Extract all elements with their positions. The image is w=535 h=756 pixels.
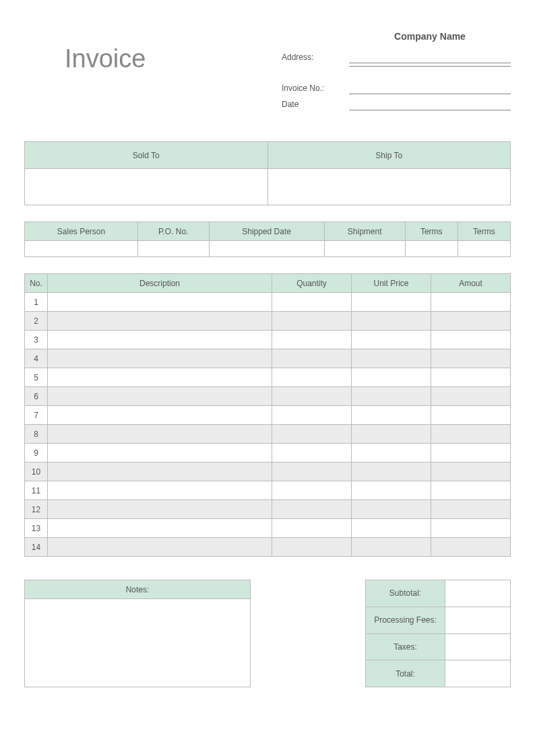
items-cell[interactable] <box>352 538 431 557</box>
items-row: 6 <box>25 387 511 406</box>
details-cell[interactable] <box>209 241 324 257</box>
items-cell[interactable] <box>48 538 272 557</box>
items-cell[interactable] <box>352 331 431 349</box>
items-cell-no: 1 <box>25 293 48 312</box>
items-cell[interactable] <box>352 312 431 331</box>
items-cell[interactable] <box>431 425 511 444</box>
items-cell[interactable] <box>352 406 431 425</box>
items-cell[interactable] <box>352 519 431 538</box>
items-row: 14 <box>25 538 511 557</box>
items-header-desc: Description <box>48 274 272 293</box>
items-cell[interactable] <box>48 331 272 349</box>
subtotal-value[interactable] <box>445 580 511 607</box>
items-cell[interactable] <box>272 406 352 425</box>
items-cell[interactable] <box>352 293 431 312</box>
items-cell[interactable] <box>272 519 352 538</box>
items-cell[interactable] <box>272 293 352 312</box>
items-cell[interactable] <box>272 349 352 368</box>
ship-to-cell[interactable] <box>268 169 511 205</box>
items-cell[interactable] <box>272 312 352 331</box>
items-cell[interactable] <box>272 481 352 500</box>
date-line[interactable] <box>349 98 511 110</box>
items-cell[interactable] <box>352 462 431 481</box>
taxes-value[interactable] <box>445 633 511 660</box>
items-cell[interactable] <box>48 462 272 481</box>
invoice-title: Invoice <box>24 27 146 114</box>
processing-value[interactable] <box>445 607 511 633</box>
items-cell[interactable] <box>272 387 352 406</box>
items-cell[interactable] <box>48 312 272 331</box>
items-cell[interactable] <box>48 406 272 425</box>
items-cell[interactable] <box>431 349 511 368</box>
items-cell[interactable] <box>431 444 511 462</box>
total-value[interactable] <box>445 660 511 687</box>
notes-box: Notes: <box>24 580 251 687</box>
details-cell[interactable] <box>25 241 138 257</box>
items-cell[interactable] <box>272 368 352 387</box>
items-cell[interactable] <box>352 368 431 387</box>
notes-body[interactable] <box>25 599 250 687</box>
items-cell[interactable] <box>431 500 511 519</box>
items-cell[interactable] <box>48 519 272 538</box>
details-table: Sales Person P.O. No. Shipped Date Shipm… <box>24 221 511 257</box>
items-cell[interactable] <box>352 349 431 368</box>
invoice-no-line[interactable] <box>349 82 511 94</box>
items-cell[interactable] <box>48 444 272 462</box>
items-cell[interactable] <box>431 331 511 349</box>
items-cell[interactable] <box>352 500 431 519</box>
items-cell[interactable] <box>48 500 272 519</box>
totals-table: Subtotal: Processing Fees: Taxes: Total: <box>365 580 511 687</box>
taxes-label: Taxes: <box>366 633 445 660</box>
items-cell[interactable] <box>431 293 511 312</box>
items-cell[interactable] <box>431 538 511 557</box>
items-header-amt: Amout <box>431 274 511 293</box>
items-cell[interactable] <box>48 293 272 312</box>
items-cell[interactable] <box>431 406 511 425</box>
items-cell[interactable] <box>431 519 511 538</box>
items-cell[interactable] <box>48 387 272 406</box>
address-line[interactable] <box>349 51 511 63</box>
sold-ship-table: Sold To Ship To <box>24 141 511 205</box>
items-cell[interactable] <box>48 368 272 387</box>
items-cell[interactable] <box>272 538 352 557</box>
details-cell[interactable] <box>324 241 405 257</box>
sold-to-header: Sold To <box>25 142 268 169</box>
details-col-0: Sales Person <box>25 222 138 241</box>
items-cell[interactable] <box>272 444 352 462</box>
subtotal-label: Subtotal: <box>366 580 445 607</box>
details-cell[interactable] <box>405 241 458 257</box>
items-cell[interactable] <box>272 425 352 444</box>
items-cell[interactable] <box>431 312 511 331</box>
details-cell[interactable] <box>137 241 209 257</box>
items-cell-no: 14 <box>25 538 48 557</box>
items-cell[interactable] <box>272 500 352 519</box>
items-cell[interactable] <box>352 481 431 500</box>
items-cell[interactable] <box>431 368 511 387</box>
items-row: 7 <box>25 406 511 425</box>
address-label: Address: <box>282 51 349 63</box>
items-cell[interactable] <box>352 387 431 406</box>
details-col-3: Shipment <box>324 222 405 241</box>
items-cell[interactable] <box>352 444 431 462</box>
total-label: Total: <box>366 660 445 687</box>
items-cell[interactable] <box>431 462 511 481</box>
items-cell[interactable] <box>48 349 272 368</box>
invoice-no-label: Invoice No.: <box>282 82 349 94</box>
details-cell[interactable] <box>458 241 510 257</box>
items-cell[interactable] <box>48 425 272 444</box>
items-cell[interactable] <box>352 425 431 444</box>
items-cell-no: 6 <box>25 387 48 406</box>
company-name: Company Name <box>282 31 511 42</box>
items-cell[interactable] <box>272 331 352 349</box>
items-row: 4 <box>25 349 511 368</box>
items-cell-no: 11 <box>25 481 48 500</box>
items-cell[interactable] <box>48 481 272 500</box>
items-cell[interactable] <box>431 481 511 500</box>
items-cell-no: 13 <box>25 519 48 538</box>
sold-to-cell[interactable] <box>25 169 268 205</box>
items-header-no: No. <box>25 274 48 293</box>
items-cell-no: 7 <box>25 406 48 425</box>
items-row: 9 <box>25 444 511 462</box>
items-cell[interactable] <box>272 462 352 481</box>
items-cell[interactable] <box>431 387 511 406</box>
